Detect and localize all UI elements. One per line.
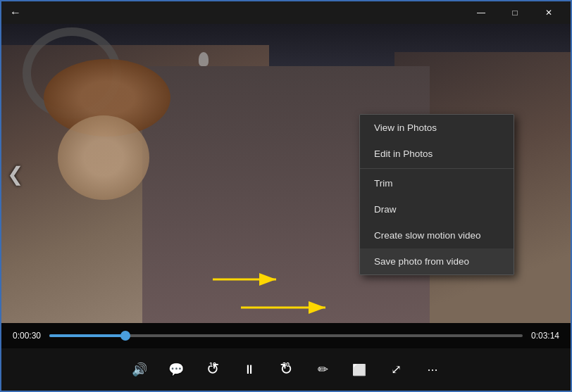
menu-divider-1 (360, 168, 514, 169)
forward-button[interactable]: ↻ 30 (268, 351, 304, 388)
maximize-button[interactable]: □ (499, 1, 531, 24)
play-pause-button[interactable]: ⏸ (231, 351, 268, 388)
app-window: ← — □ ✕ ❮ (0, 0, 572, 392)
scene-lamp (199, 52, 209, 66)
scene-face (58, 115, 149, 200)
volume-button[interactable]: 🔊 (121, 351, 158, 388)
current-time: 0:00:30 (13, 331, 41, 341)
total-time: 0:03:14 (531, 331, 559, 341)
menu-item-edit-in-photos[interactable]: Edit in Photos (360, 141, 514, 167)
titlebar-controls: — □ ✕ (465, 1, 565, 24)
close-button[interactable]: ✕ (533, 1, 565, 24)
back-button[interactable]: ← (7, 4, 24, 22)
menu-item-draw[interactable]: Draw (360, 196, 514, 222)
progress-track[interactable] (49, 334, 523, 337)
rewind-button[interactable]: ↺ 10 (194, 351, 231, 388)
titlebar-left: ← (7, 4, 24, 22)
forward-num: 30 (282, 361, 290, 368)
minimize-button[interactable]: — (465, 1, 497, 24)
mini-view-icon: ⬜ (352, 363, 366, 377)
menu-item-save-photo[interactable]: Save photo from video (360, 248, 514, 274)
titlebar: ← — □ ✕ (1, 1, 571, 24)
prev-button[interactable]: ❮ (7, 162, 23, 185)
menu-item-trim[interactable]: Trim (360, 170, 514, 196)
menu-item-slow-motion[interactable]: Create slow motion video (360, 222, 514, 248)
progress-thumb[interactable] (120, 331, 130, 341)
controls-bar: 🔊 💬 ↺ 10 ⏸ ↻ 30 ✏ ⬜ ⤢ ··· (1, 348, 571, 391)
edit-icon: ✏ (318, 362, 328, 377)
mini-view-button[interactable]: ⬜ (341, 351, 378, 388)
context-menu: View in Photos Edit in Photos Trim Draw … (359, 114, 514, 275)
menu-item-view-in-photos[interactable]: View in Photos (360, 115, 514, 141)
fullscreen-icon: ⤢ (391, 362, 402, 377)
rewind-num: 10 (209, 361, 216, 368)
edit-button[interactable]: ✏ (304, 351, 341, 388)
fullscreen-button[interactable]: ⤢ (378, 351, 414, 388)
progress-area: 0:00:30 0:03:14 (1, 323, 571, 348)
progress-fill (49, 334, 125, 337)
captions-button[interactable]: 💬 (158, 351, 194, 388)
more-button[interactable]: ··· (414, 351, 451, 388)
